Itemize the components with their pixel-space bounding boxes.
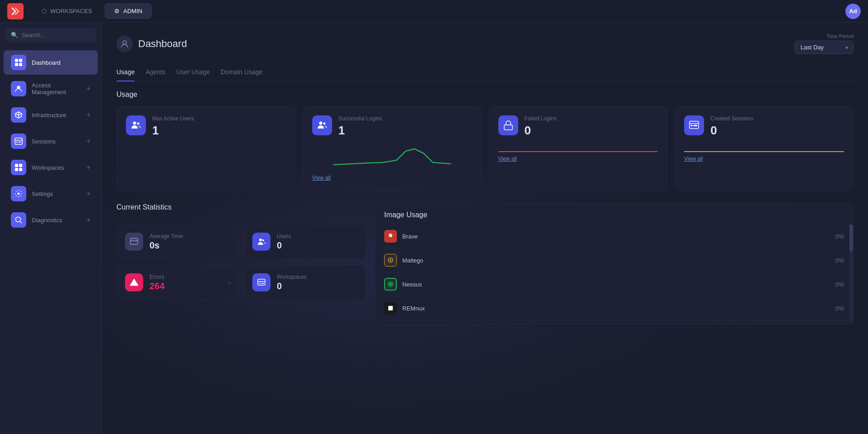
time-period-label: Time Period	[827, 33, 854, 39]
access-management-icon	[11, 81, 26, 96]
svg-point-25	[262, 239, 264, 241]
failed-logins-view-all[interactable]: View all	[498, 156, 658, 162]
sidebar-item-label: Workspaces	[32, 164, 87, 171]
brave-icon	[384, 230, 397, 243]
nav-tabs: ⬡ WORKSPACES ⚙ ADMIN	[33, 4, 152, 19]
card-max-active-users: Max Active Users 1	[116, 106, 295, 191]
workspaces-icon: ⬡	[42, 8, 47, 14]
svg-rect-22	[694, 125, 697, 126]
page-header: Dashboard Time Period Last Day Last Week…	[116, 33, 854, 54]
created-sessions-line	[684, 151, 844, 152]
maltego-pct: 0%	[835, 257, 844, 264]
errors-value: 264	[149, 281, 164, 291]
usage-section-title: Usage	[116, 91, 854, 99]
plus-icon[interactable]: +	[87, 163, 91, 172]
svg-rect-3	[19, 63, 22, 66]
sidebar-item-access-management[interactable]: Access Management +	[4, 76, 98, 101]
nessus-icon	[384, 278, 397, 291]
tab-user-usage[interactable]: User Usage	[176, 65, 210, 81]
created-sessions-icon	[684, 115, 704, 135]
sidebar-item-label: Dashboard	[32, 59, 91, 66]
diagnostics-icon	[11, 212, 26, 228]
created-sessions-value: 0	[710, 124, 753, 138]
successful-logins-value: 1	[338, 124, 382, 138]
successful-logins-view-all[interactable]: View all	[312, 175, 472, 181]
remnux-pct: 0%	[835, 305, 844, 312]
plus-icon[interactable]: +	[87, 111, 91, 119]
time-period-select[interactable]: Last Day Last Week Last Month	[795, 41, 854, 54]
svg-rect-0	[15, 59, 18, 62]
max-active-users-value: 1	[152, 124, 194, 138]
list-item: Maltego 0%	[375, 248, 853, 272]
stat-errors[interactable]: ! Errors 264 ›	[116, 265, 238, 300]
card-created-sessions: Created Sessions 0 View all	[675, 106, 854, 191]
svg-rect-5	[15, 138, 22, 144]
successful-logins-icon	[312, 115, 332, 135]
svg-point-31	[390, 259, 391, 261]
brave-name: Brave	[402, 233, 830, 240]
search-input[interactable]	[22, 32, 91, 38]
svg-text:!: !	[133, 281, 134, 286]
sidebar-item-settings[interactable]: Settings +	[4, 181, 98, 206]
sidebar-item-label: Sessions	[32, 138, 87, 145]
sidebar-item-workspaces[interactable]: Workspaces +	[4, 155, 98, 180]
avatar[interactable]: Ad	[845, 4, 861, 19]
svg-point-33	[390, 283, 391, 285]
scrollbar-thumb[interactable]	[849, 224, 853, 252]
sidebar-item-label: Infrastructure	[32, 112, 87, 119]
sidebar-item-dashboard[interactable]: Dashboard	[4, 50, 98, 75]
failed-logins-value: 0	[525, 124, 557, 138]
errors-icon: !	[125, 273, 143, 291]
svg-rect-34	[388, 306, 393, 310]
usage-cards-row: Max Active Users 1	[116, 106, 854, 191]
average-time-icon	[125, 233, 143, 251]
search-box[interactable]: 🔍	[5, 28, 96, 42]
image-usage-panel: Image Usage Brave 0%	[375, 203, 854, 324]
workspaces-value: 0	[277, 281, 307, 291]
infrastructure-icon	[11, 107, 26, 123]
average-time-value: 0s	[149, 240, 183, 251]
plus-icon[interactable]: +	[87, 85, 91, 93]
sidebar: 🔍 Dashboard Access Managemen	[0, 23, 102, 434]
sidebar-item-diagnostics[interactable]: Diagnostics +	[4, 208, 98, 232]
remnux-name: REMnux	[402, 305, 830, 312]
svg-point-24	[259, 238, 262, 241]
sidebar-item-infrastructure[interactable]: Infrastructure +	[4, 103, 98, 127]
svg-rect-27	[258, 279, 265, 285]
svg-rect-28	[259, 283, 260, 284]
tab-agents[interactable]: Agents	[145, 65, 165, 81]
stat-users: Users 0	[244, 224, 366, 259]
users-label: Users	[277, 233, 291, 239]
card-successful-logins: Successful Logins 1 View all	[303, 106, 482, 191]
stats-grid: Average Time 0s	[116, 224, 366, 300]
nessus-pct: 0%	[835, 281, 844, 288]
tab-usage[interactable]: Usage	[116, 65, 135, 81]
stat-workspaces: Workspaces 0	[244, 265, 366, 300]
logo-icon[interactable]	[7, 3, 24, 19]
scrollbar-track[interactable]	[849, 224, 853, 324]
time-period-select-wrap[interactable]: Last Day Last Week Last Month	[795, 41, 854, 54]
created-sessions-view-all[interactable]: View all	[684, 156, 844, 162]
failed-logins-label: Failed Logins	[525, 115, 557, 122]
svg-rect-11	[19, 168, 22, 171]
svg-rect-9	[19, 164, 22, 167]
remnux-icon	[384, 302, 397, 315]
svg-point-18	[323, 123, 325, 125]
svg-rect-10	[15, 168, 18, 171]
workspaces-mini-icon	[252, 273, 270, 291]
brave-pct: 0%	[835, 233, 844, 240]
time-period-wrap: Time Period Last Day Last Week Last Mont…	[795, 33, 854, 54]
plus-icon[interactable]: +	[87, 216, 91, 224]
svg-rect-21	[691, 125, 693, 126]
plus-icon[interactable]: +	[87, 137, 91, 145]
nav-tab-workspaces[interactable]: ⬡ WORKSPACES	[33, 4, 101, 19]
plus-icon[interactable]: +	[87, 190, 91, 198]
nav-tab-admin[interactable]: ⚙ ADMIN	[105, 4, 152, 19]
tab-domain-usage[interactable]: Domain Usage	[221, 65, 263, 81]
sidebar-item-sessions[interactable]: Sessions +	[4, 129, 98, 153]
svg-point-15	[133, 122, 136, 125]
failed-logins-line	[498, 151, 658, 152]
max-active-users-icon	[126, 115, 146, 135]
topbar: ⬡ WORKSPACES ⚙ ADMIN Ad	[0, 0, 868, 23]
svg-point-12	[18, 193, 20, 195]
